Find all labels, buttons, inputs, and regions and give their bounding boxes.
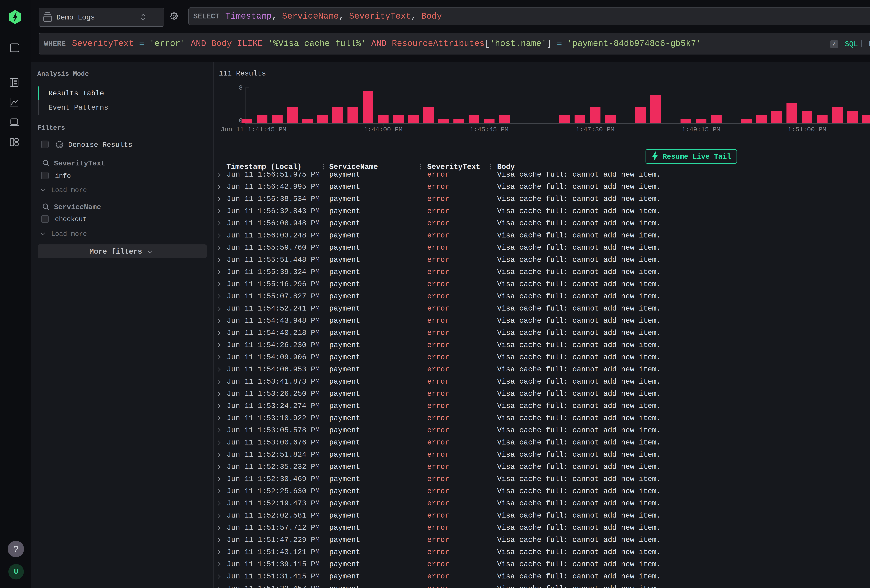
svg-text:1:47:30 PM: 1:47:30 PM <box>576 126 614 133</box>
svg-text:1:49:15 PM: 1:49:15 PM <box>682 126 720 133</box>
svg-text:1:45:45 PM: 1:45:45 PM <box>470 126 508 133</box>
svg-text:1:44:00 PM: 1:44:00 PM <box>364 126 402 133</box>
svg-text:Jun 11 1:41:45 PM: Jun 11 1:41:45 PM <box>220 126 286 133</box>
svg-text:1:51:00 PM: 1:51:00 PM <box>788 126 826 133</box>
svg-text:0: 0 <box>239 117 243 124</box>
svg-text:8: 8 <box>239 84 243 91</box>
